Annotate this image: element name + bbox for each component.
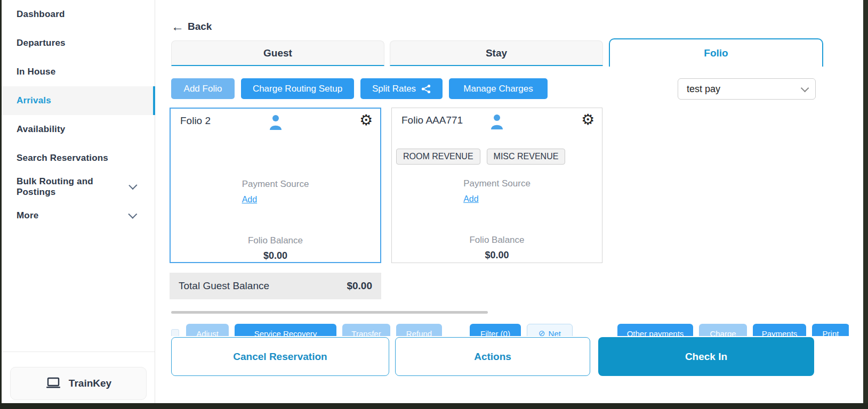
button-label: Refund — [406, 329, 432, 337]
app-window: Dashboard Departures In House Arrivals A… — [2, 0, 865, 403]
check-in-button[interactable]: Check In — [598, 337, 814, 376]
adjust-button[interactable]: Adjust — [186, 324, 229, 336]
cancel-reservation-button[interactable]: Cancel Reservation — [171, 337, 389, 376]
tab-label: Guest — [263, 47, 292, 59]
transfer-button[interactable]: Transfer — [342, 324, 390, 336]
folio-card-folio-aaa771[interactable]: Folio AAA771 ⚙ ROOM REVENUE MISC REVENUE… — [391, 108, 602, 263]
sidebar-item-dashboard[interactable]: Dashboard — [2, 0, 155, 29]
person-icon[interactable] — [489, 113, 504, 129]
other-payments-button[interactable]: Other payments — [617, 324, 693, 336]
sidebar-bottom: TrainKey — [2, 351, 155, 403]
sidebar-item-in-house[interactable]: In House — [2, 58, 155, 86]
payment-source-label: Payment Source — [242, 179, 309, 190]
sidebar-item-availability[interactable]: Availability — [2, 115, 155, 144]
sidebar-item-label: Dashboard — [17, 9, 65, 20]
sidebar-item-bulk-routing[interactable]: Bulk Routing and Postings — [2, 173, 155, 201]
tab-label: Stay — [486, 47, 507, 59]
charge-button[interactable]: Charge — [699, 324, 747, 336]
tab-stay[interactable]: Stay — [390, 40, 603, 66]
net-toggle-button[interactable]: ⊘ Net — [527, 324, 573, 336]
slash-circle-icon: ⊘ — [539, 329, 545, 336]
sidebar-item-search-reservations[interactable]: Search Reservations — [2, 144, 155, 173]
payments-button[interactable]: Payments — [753, 324, 806, 336]
tag-room-revenue: ROOM REVENUE — [396, 149, 480, 165]
button-label: Charge Routing Setup — [253, 84, 342, 94]
sidebar-item-label: Departures — [17, 38, 66, 48]
button-label: Split Rates — [372, 84, 416, 94]
button-label: Net — [549, 329, 561, 337]
payment-source-label: Payment Source — [463, 178, 531, 189]
sidebar-item-label: More — [17, 210, 38, 221]
folio-balance-block: Folio Balance $0.00 — [171, 235, 380, 261]
split-rates-button[interactable]: Split Rates — [360, 78, 443, 99]
revenue-tags: ROOM REVENUE MISC REVENUE — [396, 149, 565, 165]
sidebar-item-label: Availability — [17, 124, 66, 135]
card-header: Folio AAA771 ⚙ — [392, 108, 602, 134]
total-guest-balance-value: $0.00 — [347, 280, 372, 292]
horizontal-scrollbar-thumb[interactable] — [171, 311, 488, 314]
sidebar-item-more[interactable]: More — [2, 201, 155, 230]
button-label: Manage Charges — [463, 84, 533, 94]
add-payment-source-link[interactable]: Add — [242, 195, 257, 204]
total-guest-balance-label: Total Guest Balance — [179, 280, 347, 292]
button-label: Cancel Reservation — [233, 351, 327, 363]
share-icon — [421, 84, 431, 94]
reservation-footer: Cancel Reservation Actions Check In — [156, 336, 865, 403]
sidebar: Dashboard Departures In House Arrivals A… — [2, 0, 155, 403]
laptop-icon — [45, 377, 61, 390]
trainkey-label: TrainKey — [69, 378, 111, 389]
gear-icon[interactable]: ⚙ — [359, 113, 373, 128]
tag-misc-revenue: MISC REVENUE — [487, 149, 566, 165]
folio-title: Folio 2 — [180, 115, 211, 127]
sidebar-item-label: Arrivals — [17, 95, 51, 106]
back-label: Back — [188, 21, 212, 32]
chevron-down-icon — [801, 84, 809, 92]
refund-button[interactable]: Refund — [396, 324, 442, 336]
print-button[interactable]: Print — [812, 324, 849, 336]
select-all-checkbox[interactable] — [171, 329, 179, 336]
folio-balance-label: Folio Balance — [392, 235, 602, 246]
button-label: Transfer — [351, 329, 381, 337]
add-folio-button[interactable]: Add Folio — [171, 78, 235, 99]
payment-source-block: Payment Source Add — [242, 179, 309, 204]
tab-folio[interactable]: Folio — [609, 38, 823, 67]
payment-type-dropdown[interactable]: test pay — [678, 78, 816, 100]
service-recovery-button[interactable]: Service Recovery — [235, 324, 336, 336]
gear-icon[interactable]: ⚙ — [581, 112, 594, 127]
total-guest-balance-bar: Total Guest Balance $0.00 — [170, 273, 381, 299]
payment-source-block: Payment Source Add — [463, 178, 531, 204]
button-label: Filter (0) — [480, 329, 510, 337]
button-label: Adjust — [196, 329, 219, 337]
back-button[interactable]: ← Back — [171, 20, 212, 33]
person-icon[interactable] — [268, 114, 283, 130]
background-edge-bottom — [0, 403, 868, 409]
folio-title: Folio AAA771 — [401, 114, 463, 126]
sidebar-item-label: Search Reservations — [17, 153, 108, 163]
trainkey-button[interactable]: TrainKey — [10, 367, 147, 400]
main-content: ← Back Guest Stay Folio Add Folio Charge… — [156, 0, 865, 403]
manage-charges-button[interactable]: Manage Charges — [449, 78, 548, 99]
filter-button[interactable]: Filter (0) — [470, 324, 521, 336]
back-arrow-icon: ← — [171, 20, 184, 33]
button-label: Check In — [685, 351, 727, 363]
chevron-down-icon — [128, 181, 138, 190]
button-label: Other payments — [627, 329, 684, 337]
button-label: Add Folio — [184, 84, 222, 94]
charge-routing-setup-button[interactable]: Charge Routing Setup — [241, 78, 354, 99]
button-label: Payments — [762, 329, 798, 337]
chevron-down-icon — [128, 210, 137, 219]
sidebar-item-arrivals[interactable]: Arrivals — [2, 86, 155, 115]
actions-button[interactable]: Actions — [395, 337, 590, 376]
button-label: Print — [823, 329, 839, 337]
button-label: Charge — [710, 329, 736, 337]
sidebar-item-departures[interactable]: Departures — [2, 29, 155, 58]
folio-balance-value: $0.00 — [392, 250, 602, 261]
sidebar-item-label: In House — [17, 67, 55, 77]
folio-balance-value: $0.00 — [171, 250, 380, 261]
folio-actions-row-clipped: Adjust Service Recovery Transfer Refund … — [156, 323, 849, 336]
sidebar-item-label: Bulk Routing and Postings — [17, 176, 128, 198]
add-payment-source-link[interactable]: Add — [463, 194, 478, 204]
folio-card-folio-2[interactable]: Folio 2 ⚙ Payment Source Add Folio Balan… — [170, 108, 381, 263]
card-header: Folio 2 ⚙ — [171, 109, 380, 134]
tab-guest[interactable]: Guest — [171, 40, 384, 66]
